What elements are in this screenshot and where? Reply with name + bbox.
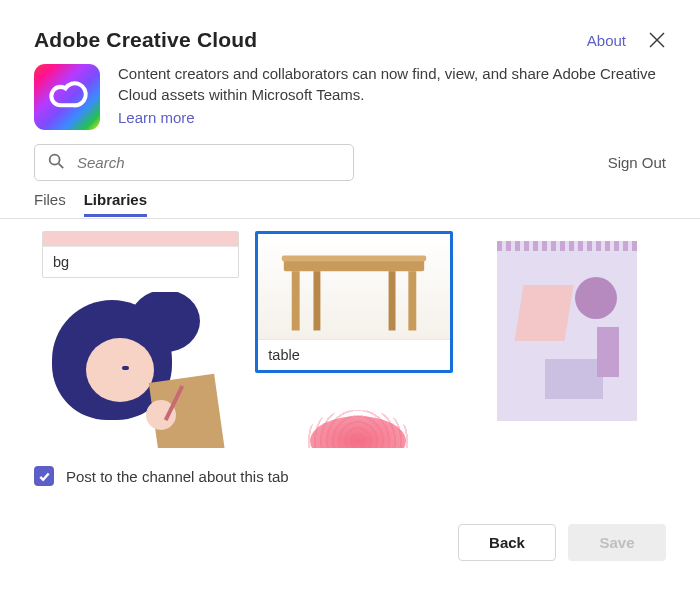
intro-text: Content creators and collaborators can n… [118, 64, 666, 105]
gallery-col-3 [469, 231, 666, 448]
tile-illustration-girl[interactable] [42, 292, 239, 448]
tile-slipper[interactable] [255, 387, 452, 448]
tile-label-bg: bg [43, 246, 238, 277]
close-icon[interactable] [648, 31, 666, 49]
dialog-footer-buttons: Back Save [34, 524, 666, 561]
tile-table[interactable]: table [255, 231, 452, 373]
thumb-slipper [255, 387, 452, 448]
tile-rug[interactable] [469, 231, 666, 431]
tab-strip: Files Libraries [34, 191, 666, 218]
about-link[interactable]: About [587, 32, 626, 49]
tile-bg[interactable]: bg [42, 231, 239, 278]
svg-line-3 [59, 163, 64, 168]
thumb-rug [469, 231, 666, 431]
search-box[interactable] [34, 144, 354, 181]
post-checkbox[interactable] [34, 466, 54, 486]
search-row: Sign Out [34, 144, 666, 181]
app-title: Adobe Creative Cloud [34, 28, 257, 52]
learn-more-link[interactable]: Learn more [118, 109, 195, 126]
intro-text-wrap: Content creators and collaborators can n… [118, 64, 666, 130]
svg-rect-6 [292, 271, 300, 330]
search-input[interactable] [75, 153, 341, 172]
post-checkbox-label: Post to the channel about this tab [66, 468, 289, 485]
post-to-channel-row: Post to the channel about this tab [34, 466, 666, 486]
back-button[interactable]: Back [458, 524, 556, 561]
creative-cloud-icon [34, 64, 100, 130]
svg-rect-8 [408, 271, 416, 330]
svg-rect-7 [313, 271, 320, 330]
tab-files[interactable]: Files [34, 191, 66, 217]
add-tab-dialog: Adobe Creative Cloud About Content creat… [0, 0, 700, 589]
dialog-header: Adobe Creative Cloud About [34, 28, 666, 52]
thumb-table [258, 234, 449, 339]
intro-block: Content creators and collaborators can n… [34, 64, 666, 130]
tile-label-table: table [258, 339, 449, 370]
thumb-bg [43, 232, 238, 246]
svg-rect-9 [389, 271, 396, 330]
save-button: Save [568, 524, 666, 561]
gallery-col-2: table [255, 231, 452, 448]
sign-out-link[interactable]: Sign Out [608, 154, 666, 171]
search-icon [47, 152, 65, 174]
thumb-girl [42, 292, 239, 448]
tab-libraries[interactable]: Libraries [84, 191, 147, 217]
asset-gallery: bg [0, 218, 700, 448]
svg-point-2 [50, 154, 60, 164]
gallery-col-1: bg [42, 231, 239, 448]
header-actions: About [587, 31, 666, 49]
svg-rect-5 [282, 255, 426, 261]
